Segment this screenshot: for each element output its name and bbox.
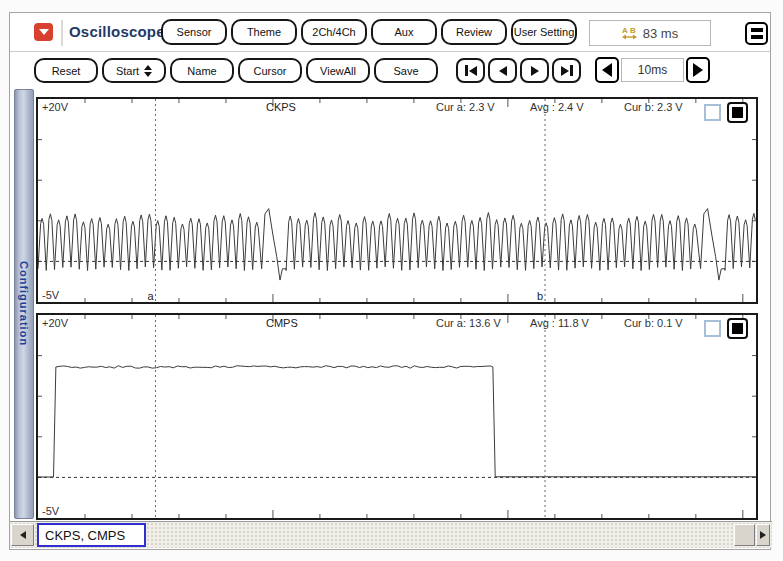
arrow-right-icon	[760, 531, 766, 539]
scrollbar-thumb[interactable]	[734, 524, 755, 546]
svg-text:A: A	[622, 26, 628, 35]
scope-panel-ckps[interactable]: +20V CKPS Cur a: 2.3 V Avg : 2.4 V Cur b…	[36, 97, 758, 304]
user-setting-button[interactable]: User Setting	[511, 19, 577, 45]
button-label: Name	[187, 65, 216, 77]
button-label: Save	[393, 65, 418, 77]
channel-expand-button[interactable]	[727, 318, 748, 339]
waveform-plot-cmps	[38, 315, 756, 518]
control-toolbar: Reset Start Name Cursor ViewAll Save 10m…	[10, 52, 770, 97]
svg-text:B: B	[630, 26, 636, 35]
playback-button-group	[456, 58, 581, 83]
skip-start-icon	[469, 66, 477, 76]
button-label: Cursor	[253, 65, 286, 77]
chevron-down-icon	[39, 29, 49, 35]
y-min-label: -5V	[42, 505, 59, 517]
channel-names-box: CKPS, CMPS	[37, 523, 146, 547]
scroll-left-button[interactable]	[11, 524, 34, 546]
horizontal-scrollbar[interactable]: CKPS, CMPS	[10, 521, 772, 548]
y-max-label: +20V	[42, 101, 68, 113]
timebase-group: 10ms	[595, 57, 710, 83]
cursor-b-measurement: Cur b: 0.1 V	[624, 317, 683, 329]
configuration-tab-label: Configuration	[18, 261, 30, 346]
cursor-button[interactable]: Cursor	[238, 58, 302, 83]
button-label: User Setting	[514, 26, 575, 38]
title-divider	[61, 20, 63, 46]
skip-to-end-button[interactable]	[552, 58, 581, 83]
previous-icon	[499, 66, 507, 76]
arrow-left-icon	[20, 531, 26, 539]
timebase-decrease-button[interactable]	[595, 57, 619, 83]
aux-button[interactable]: Aux	[371, 19, 437, 45]
cursor-b-label: b	[537, 290, 543, 302]
sensor-button[interactable]: Sensor	[161, 19, 227, 45]
cursor-a-measurement: Cur a: 13.6 V	[436, 317, 501, 329]
reset-button[interactable]: Reset	[34, 58, 98, 83]
skip-to-start-button[interactable]	[456, 58, 485, 83]
skip-end-icon	[570, 65, 573, 76]
cursor-b-measurement: Cur b: 2.3 V	[624, 101, 683, 113]
button-label: Reset	[52, 65, 81, 77]
app-dropdown-button[interactable]	[34, 23, 53, 41]
review-button[interactable]: Review	[441, 19, 507, 45]
timebase-increase-button[interactable]	[686, 57, 710, 83]
cursor-time-display: A B 83 ms	[589, 20, 711, 46]
cursor-a-measurement: Cur a: 2.3 V	[436, 101, 495, 113]
desktop-background: Oscilloscope Sensor Theme 2Ch/4Ch Aux Re…	[0, 0, 783, 561]
ab-measure-icon: A B	[622, 26, 637, 40]
filled-square-icon	[732, 107, 743, 118]
menu-button[interactable]	[745, 22, 768, 45]
filled-square-icon	[732, 323, 743, 334]
button-label: Start	[116, 65, 139, 77]
button-label: Review	[456, 26, 492, 38]
channel-title: CKPS	[266, 101, 296, 113]
button-label: Aux	[395, 26, 414, 38]
channel-expand-button[interactable]	[727, 102, 748, 123]
skip-start-icon	[465, 65, 468, 76]
step-forward-button[interactable]	[520, 58, 549, 83]
save-button[interactable]: Save	[374, 58, 438, 83]
timebase-value: 10ms	[621, 58, 684, 82]
button-label: Theme	[247, 26, 281, 38]
avg-measurement: Avg : 2.4 V	[530, 101, 584, 113]
channel-names-label: CKPS, CMPS	[45, 528, 125, 543]
channel-checkbox[interactable]	[704, 104, 721, 121]
oscilloscope-window: Oscilloscope Sensor Theme 2Ch/4Ch Aux Re…	[9, 12, 771, 550]
avg-measurement: Avg : 11.8 V	[530, 317, 589, 329]
menu-icon	[751, 28, 763, 32]
time-between-cursors: 83 ms	[643, 26, 678, 41]
arrow-right-icon	[693, 63, 703, 77]
arrow-left-icon	[602, 63, 612, 77]
button-label: Sensor	[177, 26, 212, 38]
skip-end-icon	[561, 66, 569, 76]
waveform-plot-ckps	[38, 99, 756, 302]
top-button-group: Sensor Theme 2Ch/4Ch Aux Review User Set…	[161, 19, 577, 45]
theme-button[interactable]: Theme	[231, 19, 297, 45]
control-button-group: Reset Start Name Cursor ViewAll Save	[34, 58, 438, 83]
channel-checkbox[interactable]	[704, 320, 721, 337]
y-min-label: -5V	[42, 289, 59, 301]
configuration-tab[interactable]: Configuration	[14, 89, 34, 519]
spinner-icon	[144, 65, 152, 77]
cursor-a-label: a	[147, 290, 153, 302]
name-button[interactable]: Name	[170, 58, 234, 83]
page-title: Oscilloscope	[69, 23, 165, 40]
top-toolbar: Oscilloscope Sensor Theme 2Ch/4Ch Aux Re…	[10, 13, 770, 51]
button-label: 2Ch/4Ch	[312, 26, 355, 38]
button-label: ViewAll	[320, 65, 356, 77]
scroll-right-button[interactable]	[756, 524, 770, 546]
scope-panel-cmps[interactable]: +20V CMPS Cur a: 13.6 V Avg : 11.8 V Cur…	[36, 313, 758, 520]
viewall-button[interactable]: ViewAll	[306, 58, 370, 83]
y-max-label: +20V	[42, 317, 68, 329]
start-button[interactable]: Start	[102, 58, 166, 83]
menu-icon	[751, 35, 763, 39]
step-back-button[interactable]	[488, 58, 517, 83]
channel-mode-button[interactable]: 2Ch/4Ch	[301, 19, 367, 45]
next-icon	[531, 66, 539, 76]
channel-title: CMPS	[266, 317, 298, 329]
